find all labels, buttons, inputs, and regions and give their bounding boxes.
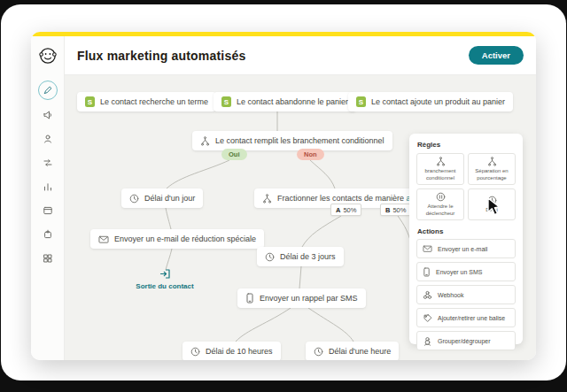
envelope-icon — [98, 234, 109, 244]
node-label: Le contact recherche un terme — [100, 97, 208, 106]
shopify-bag-icon: S — [85, 96, 95, 107]
shopify-bag-icon: S — [356, 96, 366, 107]
webhook-icon — [423, 290, 432, 300]
split-a-badge: A50% — [330, 204, 361, 216]
app-window: Flux marketing automatisés Activer — [31, 32, 536, 360]
node-label: Délai de 10 heures — [206, 347, 273, 356]
campaigns-icon[interactable] — [39, 106, 57, 124]
rules-section-title: Règles — [417, 141, 516, 149]
contact-exit[interactable]: Sortie du contact — [125, 268, 205, 290]
integrations-grid-icon[interactable] — [39, 250, 57, 267]
node-label: Le contact abandonne le panier — [237, 97, 348, 106]
clock-icon — [314, 347, 323, 357]
node-label: Le contact remplit les branchement condi… — [215, 136, 384, 145]
node-label: Envoyer un e-mail de réduction spéciale — [114, 234, 256, 243]
action-group-ungroup[interactable]: Grouper/dégrouper — [416, 331, 516, 350]
action-send-email[interactable]: Envoyer un e-mail — [416, 239, 516, 258]
exit-icon — [159, 268, 171, 280]
branch-no-badge: Non — [297, 149, 324, 160]
content-icon[interactable] — [39, 226, 57, 243]
header: Flux marketing automatisés Activer — [65, 36, 536, 75]
delay-one-day-node[interactable]: Délai d'un jour — [121, 188, 203, 208]
page-title: Flux marketing automatisés — [77, 49, 245, 63]
rule-branch-conditional[interactable]: branchement conditionnel — [416, 153, 464, 185]
rule-wait-trigger[interactable]: Attendre le déclencheur — [416, 188, 464, 220]
delay-ten-hours-node[interactable]: Délai de 10 heures — [183, 342, 281, 360]
actions-section-title: Actions — [417, 227, 516, 235]
action-send-sms[interactable]: Envoyer un SMS — [416, 262, 516, 281]
phone-icon — [423, 267, 431, 277]
website-icon[interactable] — [39, 202, 57, 219]
node-label: Envoyer un rappel par SMS — [260, 294, 358, 303]
percent-split-icon — [487, 157, 497, 166]
clock-icon — [190, 347, 200, 357]
shopify-bag-icon: S — [221, 96, 231, 107]
clock-icon — [129, 194, 139, 204]
flow-canvas[interactable]: S Le contact recherche un terme S Le con… — [65, 75, 536, 360]
node-label: Délai d'un jour — [144, 194, 195, 203]
exit-label: Sortie du contact — [136, 282, 193, 290]
clock-icon — [265, 252, 275, 262]
blocks-panel: Règles branchement conditionnel Séparati… — [409, 134, 523, 344]
send-sms-node[interactable]: Envoyer un rappel par SMS — [237, 288, 366, 308]
node-label: Fractionner les contacts de manière aléa — [277, 194, 422, 203]
branch-yes-badge: Oui — [221, 149, 247, 160]
mailchimp-logo[interactable] — [31, 36, 64, 75]
delay-three-days-node[interactable]: Délai de 3 jours — [257, 247, 344, 266]
node-label: Délai de 3 jours — [280, 252, 336, 261]
trigger-node-abandon-cart[interactable]: S Le contact abandonne le panier — [214, 92, 356, 111]
phone-icon — [245, 293, 254, 304]
action-add-remove-tag[interactable]: Ajouter/retirer une balise — [416, 308, 516, 327]
branch-icon — [262, 194, 272, 204]
split-b-badge: B50% — [380, 204, 411, 216]
trigger-node-add-product[interactable]: S Le contact ajoute un produit au panier — [348, 92, 513, 111]
node-label: Le contact ajoute un produit au panier — [371, 97, 505, 106]
sidebar-rail — [31, 36, 65, 360]
activate-button[interactable]: Activer — [469, 46, 524, 65]
analytics-icon[interactable] — [39, 178, 57, 196]
branch-icon — [436, 157, 446, 166]
send-email-node[interactable]: Envoyer un e-mail de réduction spéciale — [90, 229, 264, 249]
branch-icon — [200, 136, 210, 146]
mouse-cursor — [486, 197, 504, 217]
tag-icon — [423, 313, 432, 323]
node-label: Délai d'une heure — [329, 347, 391, 356]
action-webhook[interactable]: Webhook — [416, 285, 516, 304]
envelope-icon — [423, 244, 432, 253]
automations-icon[interactable] — [39, 154, 57, 172]
edit-pencil-icon[interactable] — [38, 81, 58, 100]
group-icon — [423, 336, 432, 346]
condition-node[interactable]: Le contact remplit les branchement condi… — [192, 131, 392, 150]
rule-percent-split[interactable]: Séparation en pourcentage — [468, 153, 516, 185]
pause-circle-icon — [436, 192, 446, 202]
audience-icon[interactable] — [39, 130, 57, 148]
trigger-node-search[interactable]: S Le contact recherche un terme — [77, 92, 216, 111]
delay-one-hour-node[interactable]: Délai d'une heure — [306, 342, 399, 360]
